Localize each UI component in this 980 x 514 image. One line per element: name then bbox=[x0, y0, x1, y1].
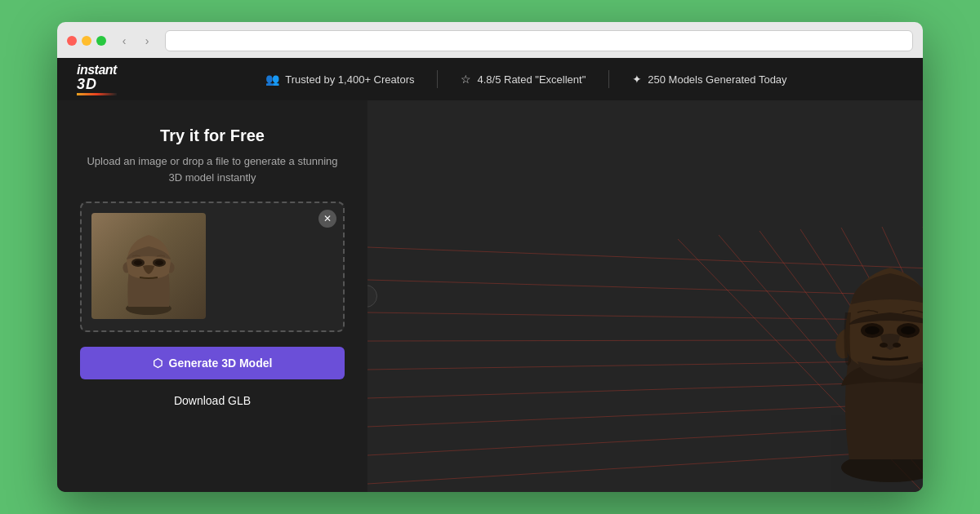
download-label: Download GLB bbox=[174, 394, 251, 407]
header-badges: 👥 Trusted by 1,400+ Creators ☆ 4.8/5 Rat… bbox=[149, 70, 903, 88]
left-panel: Try it for Free Upload an image or drop … bbox=[57, 100, 368, 492]
app-header: instant 3D 👥 Trusted by 1,400+ Creators … bbox=[57, 58, 923, 100]
moai-3d bbox=[835, 268, 923, 482]
badge-creators: 👥 Trusted by 1,400+ Creators bbox=[243, 73, 437, 86]
forward-button[interactable]: › bbox=[137, 33, 157, 49]
preview-image bbox=[91, 213, 206, 319]
badge-rating-text: 4.8/5 Rated "Excellent" bbox=[477, 73, 586, 86]
panel-title: Try it for Free bbox=[160, 126, 265, 145]
star-icon: ☆ bbox=[461, 73, 471, 86]
download-button[interactable]: Download GLB bbox=[80, 388, 345, 414]
logo: instant 3D bbox=[77, 64, 117, 95]
maximize-button[interactable] bbox=[96, 36, 106, 46]
svg-line-5 bbox=[368, 247, 923, 280]
generate-label: Generate 3D Model bbox=[169, 357, 273, 370]
svg-point-32 bbox=[901, 326, 915, 335]
svg-line-13 bbox=[368, 431, 923, 484]
svg-point-33 bbox=[880, 343, 888, 348]
svg-line-9 bbox=[368, 356, 923, 370]
sparkle-icon: ✦ bbox=[632, 73, 642, 86]
logo-top-text: instant bbox=[77, 64, 117, 77]
svg-line-6 bbox=[368, 280, 923, 304]
back-button[interactable]: ‹ bbox=[114, 33, 134, 49]
address-bar[interactable] bbox=[165, 30, 913, 51]
creators-icon: 👥 bbox=[265, 73, 279, 86]
svg-point-34 bbox=[893, 343, 901, 348]
badge-models-text: 250 Models Generated Today bbox=[648, 73, 786, 86]
badge-creators-text: Trusted by 1,400+ Creators bbox=[285, 73, 414, 86]
traffic-lights bbox=[67, 36, 106, 46]
svg-point-3 bbox=[134, 260, 142, 265]
moai-svg bbox=[104, 217, 194, 315]
svg-point-4 bbox=[155, 260, 163, 265]
browser-chrome: ‹ › bbox=[57, 22, 923, 58]
remove-image-button[interactable]: ✕ bbox=[318, 210, 336, 228]
close-button[interactable] bbox=[67, 36, 77, 46]
badge-rating: ☆ 4.8/5 Rated "Excellent" bbox=[438, 73, 608, 86]
badge-models: ✦ 250 Models Generated Today bbox=[609, 73, 809, 86]
minimize-button[interactable] bbox=[82, 36, 91, 46]
generate-icon: ⬡ bbox=[153, 357, 163, 370]
svg-line-12 bbox=[368, 409, 923, 455]
viewport: ‹ bbox=[368, 100, 923, 492]
app-main: Try it for Free Upload an image or drop … bbox=[57, 100, 923, 492]
panel-subtitle: Upload an image or drop a file to genera… bbox=[80, 153, 345, 185]
logo-underline bbox=[77, 93, 117, 95]
svg-point-31 bbox=[865, 326, 880, 335]
nav-buttons: ‹ › bbox=[114, 33, 157, 49]
svg-line-7 bbox=[368, 312, 923, 325]
logo-bottom-text: 3D bbox=[77, 77, 97, 91]
upload-zone[interactable]: ✕ bbox=[80, 202, 345, 332]
generate-button[interactable]: ⬡ Generate 3D Model bbox=[80, 347, 345, 379]
grid-canvas bbox=[368, 100, 923, 492]
browser-window: ‹ › instant 3D 👥 Trusted by 1,400+ Creat… bbox=[57, 22, 923, 492]
